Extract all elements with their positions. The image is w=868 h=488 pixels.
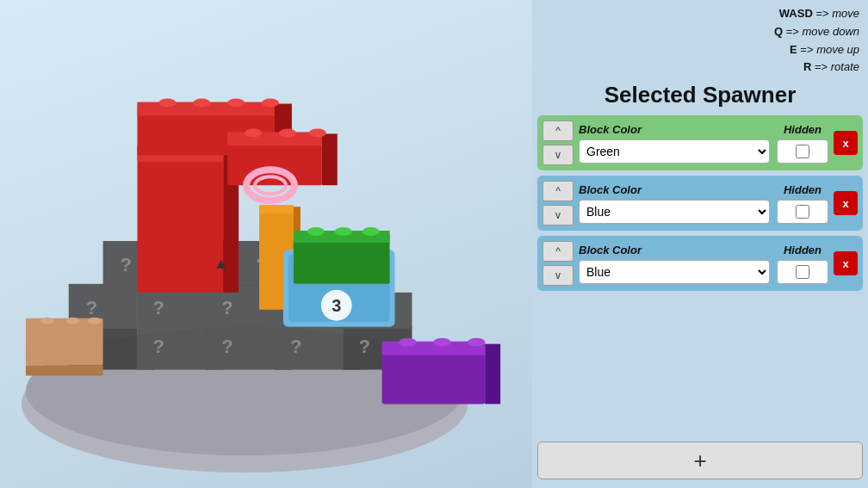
svg-point-36	[40, 318, 54, 324]
color-select-3[interactable]: Blue Red Green Yellow Purple Orange Brow…	[579, 260, 770, 284]
up-button-2[interactable]: ^	[542, 181, 574, 201]
hidden-checkbox-area-3	[777, 260, 828, 284]
add-spawner-button[interactable]: +	[537, 442, 863, 479]
spawner-labels-1: Block Color Hidden	[579, 123, 828, 136]
spawner-title: Selected Spawner	[532, 78, 868, 115]
svg-point-56	[279, 128, 296, 137]
svg-text:?: ?	[221, 336, 232, 357]
svg-text:?: ?	[152, 297, 164, 318]
svg-text:?: ?	[152, 336, 164, 357]
spawner-labels-3: Block Color Hidden	[579, 244, 828, 256]
move-up-action: move up	[816, 43, 859, 56]
down-button-3[interactable]: v	[542, 265, 574, 286]
svg-point-68	[335, 227, 352, 236]
e-key: E	[790, 43, 797, 56]
block-color-label-2: Block Color	[579, 183, 770, 196]
updown-col-3: ^ v	[542, 241, 574, 286]
spawner-middle-1: Block Color Hidden Green Red Blue Yellow…	[579, 123, 828, 164]
svg-rect-54	[227, 132, 322, 145]
svg-point-48	[158, 99, 176, 108]
up-button-3[interactable]: ^	[542, 241, 574, 262]
delete-button-1[interactable]: x	[834, 131, 858, 155]
svg-point-75	[400, 338, 417, 347]
svg-rect-60	[259, 205, 294, 213]
svg-point-77	[468, 338, 485, 347]
svg-point-76	[433, 338, 450, 347]
svg-rect-7	[137, 284, 206, 370]
spawner-row-1: ^ v Block Color Hidden Green Red Blue Ye…	[537, 115, 863, 170]
color-select-1[interactable]: Green Red Blue Yellow Purple Orange Brow…	[579, 139, 770, 164]
svg-rect-73	[485, 344, 500, 405]
svg-point-69	[363, 227, 380, 236]
scene-area[interactable]: ? ? ? ? ? ? ? ? ? ? ? ?	[0, 0, 532, 488]
spawner-row-2: ^ v Block Color Hidden Blue Red Green Ye…	[537, 176, 863, 231]
up-button-1[interactable]: ^	[542, 120, 574, 141]
hidden-checkbox-3[interactable]	[796, 265, 809, 279]
hidden-label-2: Hidden	[777, 183, 828, 196]
spawner-labels-2: Block Color Hidden	[579, 183, 828, 196]
right-panel: WASD => move Q => move down E => move up…	[532, 0, 868, 488]
move-action: move	[832, 7, 859, 20]
spawner-controls-1: Green Red Blue Yellow Purple Orange Brow…	[579, 139, 828, 164]
svg-text:?: ?	[86, 297, 97, 318]
r-key: R	[803, 60, 811, 73]
wasd-key: WASD	[779, 7, 813, 20]
svg-point-67	[307, 227, 325, 236]
svg-point-51	[262, 99, 279, 108]
spawner-controls-3: Blue Red Green Yellow Purple Orange Brow…	[579, 260, 828, 284]
hidden-label-3: Hidden	[777, 244, 828, 256]
color-select-2[interactable]: Blue Red Green Yellow Purple Orange Brow…	[579, 200, 770, 224]
key-hints: WASD => move Q => move down E => move up…	[532, 0, 868, 78]
down-button-1[interactable]: v	[542, 145, 574, 165]
updown-col-1: ^ v	[542, 120, 574, 165]
add-btn-container: +	[532, 433, 868, 488]
hidden-checkbox-1[interactable]	[796, 145, 809, 158]
svg-point-38	[88, 318, 102, 324]
spawner-controls-2: Blue Red Green Yellow Purple Orange Brow…	[579, 200, 828, 224]
hidden-checkbox-area-2	[777, 200, 828, 224]
svg-rect-35	[26, 366, 103, 376]
svg-rect-34	[26, 318, 103, 366]
delete-button-2[interactable]: x	[834, 191, 858, 215]
svg-rect-53	[322, 133, 338, 185]
rotate-action: rotate	[831, 60, 859, 73]
down-button-2[interactable]: v	[542, 205, 574, 225]
svg-text:3: 3	[332, 296, 341, 315]
q-key: Q	[774, 25, 783, 38]
svg-point-49	[193, 99, 210, 108]
hidden-checkbox-2[interactable]	[796, 205, 809, 219]
svg-point-37	[66, 318, 80, 324]
svg-text:?: ?	[290, 336, 301, 357]
hidden-label-1: Hidden	[777, 123, 828, 136]
svg-rect-39	[137, 146, 223, 292]
svg-point-55	[245, 128, 262, 137]
updown-col-2: ^ v	[542, 181, 574, 225]
move-down-action: move down	[803, 25, 859, 38]
spawner-middle-2: Block Color Hidden Blue Red Green Yellow…	[579, 183, 828, 224]
spawner-list: ^ v Block Color Hidden Green Red Blue Ye…	[532, 115, 868, 291]
spawner-row-3: ^ v Block Color Hidden Blue Red Green Ye…	[537, 236, 863, 291]
block-color-label-1: Block Color	[579, 123, 770, 136]
hidden-checkbox-area-1	[777, 139, 828, 164]
spawner-middle-3: Block Color Hidden Blue Red Green Yellow…	[579, 244, 828, 284]
svg-text:?: ?	[221, 297, 232, 318]
svg-point-57	[309, 128, 326, 137]
block-color-label-3: Block Color	[579, 244, 770, 256]
svg-text:?: ?	[359, 336, 370, 357]
delete-button-3[interactable]: x	[834, 251, 858, 275]
svg-point-50	[227, 99, 245, 108]
svg-text:?: ?	[121, 254, 132, 275]
